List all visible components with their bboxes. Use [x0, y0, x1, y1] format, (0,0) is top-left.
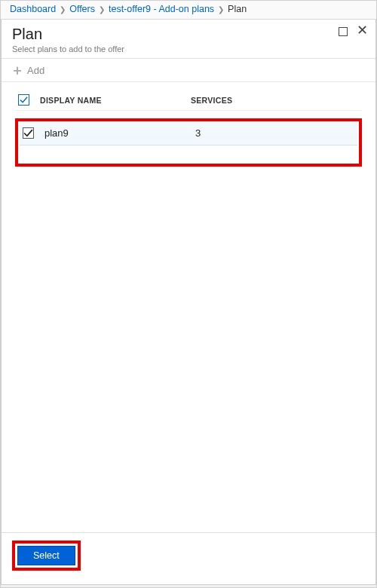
add-button[interactable]: ＋ Add: [11, 63, 44, 77]
breadcrumb: Dashboard ❯ Offers ❯ test-offer9 - Add-o…: [1, 1, 376, 20]
content-area: DISPLAY NAME SERVICES plan9 3: [2, 82, 375, 532]
select-all-checkbox[interactable]: [18, 94, 29, 106]
col-header-services[interactable]: SERVICES: [191, 96, 359, 105]
row-checkbox[interactable]: [23, 127, 34, 139]
table-row[interactable]: plan9 3: [20, 123, 357, 145]
chevron-right-icon: ❯: [98, 5, 106, 14]
cell-display-name: plan9: [44, 127, 195, 139]
breadcrumb-offer-addon[interactable]: test-offer9 - Add-on plans: [109, 4, 214, 14]
chevron-right-icon: ❯: [217, 5, 225, 14]
maximize-icon: [339, 27, 348, 36]
check-icon: [20, 96, 28, 104]
plus-icon: ＋: [11, 63, 24, 77]
select-highlight-annotation: Select: [12, 541, 81, 571]
breadcrumb-offers[interactable]: Offers: [69, 4, 95, 14]
breadcrumb-dashboard[interactable]: Dashboard: [10, 4, 56, 14]
chevron-right-icon: ❯: [59, 5, 66, 14]
plan-panel: Plan Select plans to add to the offer ✕ …: [1, 20, 376, 585]
toolbar: ＋ Add: [2, 59, 375, 82]
footer: Select: [2, 532, 375, 584]
breadcrumb-current: Plan: [228, 4, 247, 14]
add-button-label: Add: [27, 65, 44, 76]
row-highlight-annotation: plan9 3: [15, 118, 362, 167]
cell-services: 3: [195, 127, 354, 139]
page-subtitle: Select plans to add to the offer: [12, 44, 365, 54]
check-icon: [23, 128, 33, 138]
maximize-button[interactable]: [339, 26, 348, 39]
page-title: Plan: [12, 26, 365, 43]
table-header: DISPLAY NAME SERVICES: [15, 93, 362, 111]
close-button[interactable]: ✕: [357, 26, 368, 39]
select-button[interactable]: Select: [17, 546, 75, 565]
col-header-display-name[interactable]: DISPLAY NAME: [40, 96, 191, 105]
panel-header: Plan Select plans to add to the offer ✕: [2, 20, 375, 59]
